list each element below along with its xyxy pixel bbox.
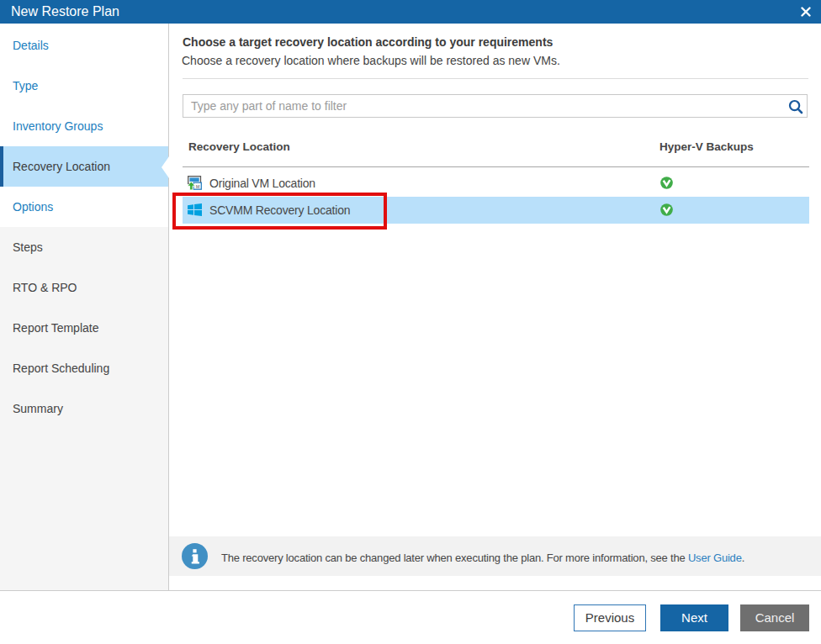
svg-text:M: M	[196, 183, 200, 188]
